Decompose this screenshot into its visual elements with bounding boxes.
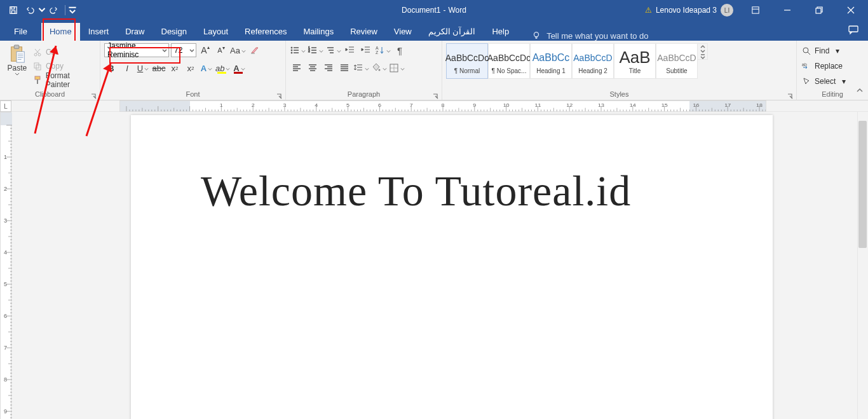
paste-label[interactable]: Paste bbox=[8, 64, 27, 72]
borders-button[interactable] bbox=[389, 61, 405, 75]
collapse-ribbon-button[interactable] bbox=[855, 86, 864, 97]
change-case-button[interactable]: Aa bbox=[230, 43, 246, 57]
format-painter-button[interactable]: Format Painter bbox=[33, 74, 96, 86]
svg-point-18 bbox=[291, 52, 292, 53]
styles-more[interactable] bbox=[698, 54, 707, 59]
font-dialog-launcher[interactable] bbox=[276, 90, 283, 98]
tab-help[interactable]: Help bbox=[484, 23, 517, 41]
undo-dropdown[interactable] bbox=[38, 2, 46, 18]
vertical-scrollbar[interactable] bbox=[857, 112, 868, 419]
bold-button[interactable]: B bbox=[104, 61, 118, 75]
style-subtitle[interactable]: AaBbCcDSubtitle bbox=[656, 43, 698, 79]
svg-text:8: 8 bbox=[4, 376, 7, 383]
document-body-text[interactable]: Welcome To Tutoreal.id bbox=[201, 166, 631, 216]
copy-button[interactable]: Copy bbox=[33, 60, 96, 72]
replace-button[interactable]: abReplace bbox=[802, 60, 846, 72]
underline-button[interactable]: U bbox=[136, 61, 150, 75]
align-right-button[interactable] bbox=[322, 61, 336, 75]
align-center-button[interactable] bbox=[306, 61, 320, 75]
svg-text:Z: Z bbox=[376, 50, 379, 55]
document-viewport[interactable]: Welcome To Tutoreal.id bbox=[11, 112, 868, 419]
tell-me-search[interactable]: Tell me what you want to do bbox=[531, 31, 648, 41]
numbering-button[interactable]: 12 bbox=[308, 43, 323, 57]
save-button[interactable] bbox=[5, 2, 22, 18]
svg-rect-6 bbox=[849, 26, 858, 32]
redo-button[interactable] bbox=[46, 2, 62, 18]
text-effects-button[interactable]: A bbox=[200, 61, 214, 75]
close-button[interactable] bbox=[836, 0, 865, 20]
style-title[interactable]: AaBTitle bbox=[614, 43, 656, 79]
font-size-value: 72 bbox=[174, 46, 182, 55]
show-marks-button[interactable]: ¶ bbox=[393, 43, 407, 57]
page[interactable]: Welcome To Tutoreal.id bbox=[131, 115, 773, 419]
highlight-color-button[interactable]: ab bbox=[215, 61, 230, 75]
strikethrough-button[interactable]: abc bbox=[152, 61, 166, 75]
svg-text:9: 9 bbox=[473, 102, 476, 107]
cut-button[interactable]: Cut bbox=[33, 46, 96, 58]
grow-font-button[interactable]: A▴ bbox=[198, 43, 212, 57]
align-left-button[interactable] bbox=[290, 61, 304, 75]
account-area[interactable]: ⚠ Lenovo Ideapad 3 LI bbox=[640, 2, 738, 18]
tab-view[interactable]: View bbox=[386, 23, 420, 41]
italic-button[interactable]: I bbox=[120, 61, 134, 75]
comments-button[interactable] bbox=[848, 24, 859, 38]
tab-review[interactable]: Review bbox=[342, 23, 386, 41]
maximize-button[interactable] bbox=[804, 0, 834, 20]
svg-point-11 bbox=[38, 53, 41, 56]
svg-text:3: 3 bbox=[283, 102, 286, 107]
svg-text:A: A bbox=[376, 46, 379, 50]
svg-text:6: 6 bbox=[4, 313, 7, 319]
tab-home[interactable]: Home bbox=[41, 23, 80, 41]
tab-mailings[interactable]: Mailings bbox=[295, 23, 342, 41]
tab-quran[interactable]: القرآن الكريم bbox=[420, 23, 484, 41]
line-spacing-button[interactable] bbox=[353, 61, 369, 75]
undo-button[interactable] bbox=[22, 2, 38, 18]
tab-layout[interactable]: Layout bbox=[195, 23, 236, 41]
sort-button[interactable]: AZ bbox=[375, 43, 391, 57]
styles-scroll-up[interactable] bbox=[698, 44, 707, 49]
scroll-thumb[interactable] bbox=[858, 121, 867, 248]
styles-dialog-launcher[interactable] bbox=[787, 90, 794, 98]
tab-insert[interactable]: Insert bbox=[80, 23, 118, 41]
find-button[interactable]: Find▾ bbox=[802, 45, 846, 57]
ribbon-options-button[interactable] bbox=[741, 0, 770, 20]
paste-dropdown-icon[interactable] bbox=[15, 72, 20, 76]
group-font: Jasmine Reminisc 72 A▴ A▾ Aa B I U abc x… bbox=[100, 41, 286, 100]
styles-scroll-down[interactable] bbox=[698, 49, 707, 54]
font-size-combo[interactable]: 72 bbox=[171, 43, 196, 57]
style-normal[interactable]: AaBbCcDc¶ Normal bbox=[446, 43, 488, 79]
warning-icon: ⚠ bbox=[645, 6, 652, 15]
multilevel-list-button[interactable] bbox=[325, 43, 341, 57]
customize-qat[interactable] bbox=[68, 2, 77, 18]
style-heading2[interactable]: AaBbCcDHeading 2 bbox=[572, 43, 614, 79]
tab-design[interactable]: Design bbox=[153, 23, 195, 41]
subscript-button[interactable]: x2 bbox=[168, 61, 182, 75]
vertical-ruler[interactable]: 123456789101112 bbox=[0, 112, 11, 419]
superscript-button[interactable]: x2 bbox=[184, 61, 198, 75]
font-color-button[interactable]: A bbox=[232, 61, 246, 75]
tab-draw[interactable]: Draw bbox=[117, 23, 153, 41]
clipboard-dialog-launcher[interactable] bbox=[90, 90, 98, 98]
svg-text:18: 18 bbox=[756, 102, 763, 107]
font-name-combo[interactable]: Jasmine Reminisc bbox=[104, 43, 169, 57]
svg-point-16 bbox=[291, 47, 292, 48]
horizontal-ruler[interactable]: 123456789101112131415161718 bbox=[119, 100, 766, 112]
tab-selector[interactable]: L bbox=[0, 100, 11, 112]
decrease-indent-button[interactable] bbox=[343, 43, 357, 57]
bullets-button[interactable] bbox=[290, 43, 306, 57]
justify-button[interactable] bbox=[337, 61, 351, 75]
style-heading1[interactable]: AaBbCcHeading 1 bbox=[530, 43, 572, 79]
minimize-button[interactable] bbox=[773, 0, 802, 20]
style-no-spacing[interactable]: AaBbCcDc¶ No Spac... bbox=[488, 43, 530, 79]
svg-text:4: 4 bbox=[315, 102, 318, 107]
svg-point-5 bbox=[534, 32, 539, 37]
paragraph-dialog-launcher[interactable] bbox=[432, 90, 440, 98]
increase-indent-button[interactable] bbox=[359, 43, 373, 57]
select-button[interactable]: Select▾ bbox=[802, 75, 846, 88]
tab-references[interactable]: References bbox=[236, 23, 295, 41]
svg-rect-15 bbox=[37, 79, 38, 84]
tab-file[interactable]: File bbox=[0, 23, 41, 41]
shading-button[interactable] bbox=[371, 61, 387, 75]
clear-formatting-button[interactable] bbox=[248, 43, 262, 57]
shrink-font-button[interactable]: A▾ bbox=[214, 43, 228, 57]
